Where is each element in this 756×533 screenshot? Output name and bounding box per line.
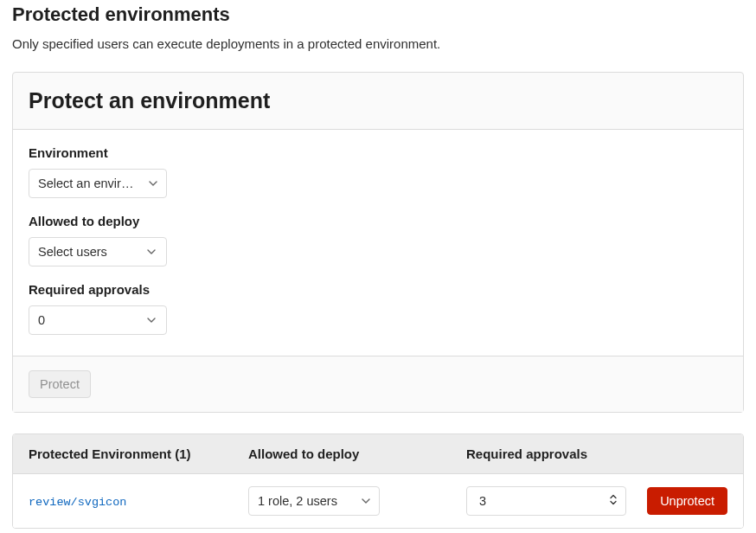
approvals-label: Required approvals	[29, 282, 727, 297]
row-approvals-value: 3	[479, 494, 486, 508]
chevron-down-icon	[358, 493, 374, 509]
updown-icon	[610, 494, 617, 509]
protect-environment-card: Protect an environment Environment Selec…	[12, 72, 744, 413]
header-environment: Protected Environment (1)	[29, 446, 248, 461]
allowed-deploy-label: Allowed to deploy	[29, 214, 727, 228]
approvals-dropdown[interactable]: 0	[29, 305, 167, 335]
card-title: Protect an environment	[29, 88, 727, 113]
environment-group: Environment Select an enviro…	[29, 145, 727, 198]
row-allowed-dropdown[interactable]: 1 role, 2 users	[248, 486, 380, 516]
chevron-down-icon	[144, 312, 159, 328]
card-header: Protect an environment	[13, 73, 743, 129]
table-header: Protected Environment (1) Allowed to dep…	[13, 434, 743, 474]
row-allowed-text: 1 role, 2 users	[258, 494, 353, 508]
protected-environments-table: Protected Environment (1) Allowed to dep…	[12, 433, 744, 529]
card-body: Environment Select an enviro… Allowed to…	[13, 129, 743, 356]
header-allowed: Allowed to deploy	[248, 446, 466, 461]
page-title: Protected environments	[12, 3, 744, 26]
environment-dropdown[interactable]: Select an enviro…	[29, 169, 167, 198]
allowed-deploy-group: Allowed to deploy Select users	[29, 214, 727, 266]
allowed-deploy-dropdown-text: Select users	[38, 245, 140, 259]
row-approvals-select[interactable]: 3	[466, 486, 626, 516]
chevron-down-icon	[144, 244, 159, 260]
card-footer: Protect	[13, 356, 743, 412]
table-row: review/svgicon 1 role, 2 users 3 Unprote…	[13, 474, 743, 528]
environment-label: Environment	[29, 145, 727, 160]
approvals-group: Required approvals 0	[29, 282, 727, 335]
protect-button[interactable]: Protect	[29, 370, 91, 398]
page-subtitle: Only specified users can execute deploym…	[12, 36, 744, 51]
environment-link[interactable]: review/svgicon	[29, 496, 126, 509]
unprotect-button[interactable]: Unprotect	[647, 487, 727, 515]
allowed-deploy-dropdown[interactable]: Select users	[29, 237, 167, 266]
approvals-dropdown-text: 0	[38, 313, 140, 327]
header-approvals: Required approvals	[466, 446, 639, 461]
chevron-down-icon	[145, 176, 161, 191]
environment-dropdown-text: Select an enviro…	[38, 177, 140, 190]
